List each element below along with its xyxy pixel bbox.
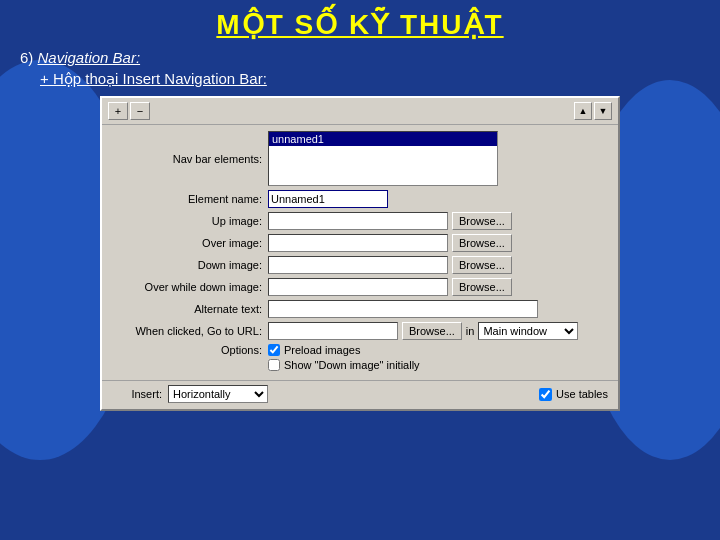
section-label: Navigation Bar: (38, 49, 141, 66)
remove-element-button[interactable]: − (130, 102, 150, 120)
over-image-input[interactable] (268, 234, 448, 252)
section-number: 6) (20, 49, 33, 66)
add-element-button[interactable]: + (108, 102, 128, 120)
element-name-input[interactable] (268, 190, 388, 208)
alt-text-input[interactable] (268, 300, 538, 318)
element-name-row: Element name: (112, 190, 608, 208)
use-tables-checkbox[interactable] (539, 388, 552, 401)
show-down-row: Show "Down image" initially (112, 359, 608, 371)
up-image-label: Up image: (112, 215, 262, 227)
dialog-footer: Insert: Horizontally Use tables (102, 380, 618, 409)
over-while-down-browse-button[interactable]: Browse... (452, 278, 512, 296)
options-row: Options: Preload images (112, 344, 608, 356)
element-name-label: Element name: (112, 193, 262, 205)
over-while-down-label: Over while down image: (112, 281, 262, 293)
over-while-down-row: Over while down image: Browse... (112, 278, 608, 296)
down-image-label: Down image: (112, 259, 262, 271)
options-label: Options: (112, 344, 262, 356)
over-image-browse-button[interactable]: Browse... (452, 234, 512, 252)
down-image-browse-button[interactable]: Browse... (452, 256, 512, 274)
move-up-button[interactable]: ▲ (574, 102, 592, 120)
dialog-toolbar: + − ▲ ▼ (102, 98, 618, 125)
up-image-input[interactable] (268, 212, 448, 230)
over-while-down-input[interactable] (268, 278, 448, 296)
url-input[interactable] (268, 322, 398, 340)
use-tables-text: Use tables (556, 388, 608, 400)
preload-checkbox[interactable] (268, 344, 280, 356)
show-down-checkbox[interactable] (268, 359, 280, 371)
url-label: When clicked, Go to URL: (112, 325, 262, 337)
down-image-input[interactable] (268, 256, 448, 274)
preload-label: Preload images (284, 344, 360, 356)
insert-direction-select[interactable]: Horizontally (168, 385, 268, 403)
preload-checkbox-label[interactable]: Preload images (268, 344, 360, 356)
section-subheading: + Hộp thoại Insert Navigation Bar: (40, 70, 700, 88)
dialog-box: + − ▲ ▼ Nav bar elements: unnamed1 Eleme… (100, 96, 620, 411)
in-label: in (466, 325, 475, 337)
use-tables-label[interactable]: Use tables (539, 388, 608, 401)
show-down-checkbox-label[interactable]: Show "Down image" initially (268, 359, 420, 371)
nav-bar-list[interactable]: unnamed1 (268, 131, 498, 186)
up-image-browse-button[interactable]: Browse... (452, 212, 512, 230)
nav-list-item[interactable]: unnamed1 (269, 132, 497, 146)
over-image-row: Over image: Browse... (112, 234, 608, 252)
show-down-label: Show "Down image" initially (284, 359, 420, 371)
page-title: MỘT SỐ KỸ THUẬT (20, 8, 700, 41)
over-image-label: Over image: (112, 237, 262, 249)
url-browse-button[interactable]: Browse... (402, 322, 462, 340)
dialog-body: Nav bar elements: unnamed1 Element name:… (102, 125, 618, 380)
insert-label: Insert: (112, 388, 162, 400)
alt-text-row: Alternate text: (112, 300, 608, 318)
move-down-button[interactable]: ▼ (594, 102, 612, 120)
nav-bar-elements-row: Nav bar elements: unnamed1 (112, 131, 608, 186)
target-select[interactable]: Main window (478, 322, 578, 340)
nav-bar-elements-label: Nav bar elements: (112, 153, 262, 165)
section-heading: 6) Navigation Bar: (20, 49, 700, 66)
url-row: When clicked, Go to URL: Browse... in Ma… (112, 322, 608, 340)
down-image-row: Down image: Browse... (112, 256, 608, 274)
up-image-row: Up image: Browse... (112, 212, 608, 230)
section-prefix: + Hộp thoại Insert Navigation Bar: (40, 70, 267, 87)
alt-text-label: Alternate text: (112, 303, 262, 315)
